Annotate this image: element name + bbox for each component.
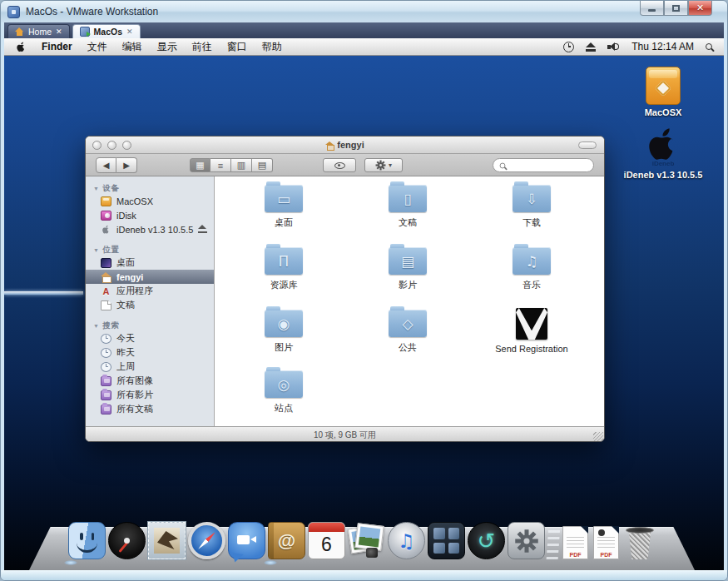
sidebar-item-all-documents[interactable]: 所有文稿 bbox=[86, 402, 214, 416]
desktop-icon-macosx[interactable]: MacOSX bbox=[617, 67, 709, 117]
running-indicator-light bbox=[264, 560, 277, 565]
search-field[interactable] bbox=[493, 158, 594, 172]
dock-safari-icon[interactable] bbox=[188, 522, 225, 559]
spotlight-icon[interactable] bbox=[706, 43, 712, 50]
quicklook-button[interactable] bbox=[323, 158, 356, 172]
eye-icon bbox=[334, 162, 345, 169]
desktop-icon-ideneb[interactable]: iDeneb iDeneb v1.3 10.5.5 bbox=[617, 125, 709, 180]
ideneb-inner-label: iDeneb bbox=[617, 160, 709, 167]
menubar-item-file[interactable]: 文件 bbox=[87, 40, 107, 54]
minimize-window-icon[interactable] bbox=[107, 141, 116, 150]
resize-grip[interactable] bbox=[593, 432, 603, 442]
close-window-icon[interactable] bbox=[92, 141, 102, 150]
dock-pdf-document2-icon[interactable]: PDF bbox=[592, 522, 621, 559]
desktop-mini-icon bbox=[101, 258, 111, 268]
folder-downloads[interactable]: ⇩ 下载 bbox=[473, 185, 590, 229]
vmware-titlebar[interactable]: MacOs - VMware Workstation ✕ bbox=[1, 1, 727, 22]
dock-addressbook-icon[interactable]: @ bbox=[268, 522, 305, 559]
finder-titlebar[interactable]: fengyi bbox=[86, 137, 604, 154]
sidebar-item-yesterday[interactable]: 昨天 bbox=[86, 345, 214, 360]
dock-timemachine-icon[interactable]: ↺ bbox=[468, 522, 505, 559]
home-folder-icon bbox=[325, 142, 334, 149]
disclosure-triangle-icon[interactable]: ▼ bbox=[93, 186, 99, 191]
folder-icon: ◉ bbox=[265, 310, 303, 337]
menubar-clock[interactable]: Thu 12:14 AM bbox=[631, 41, 694, 52]
status-text: 10 项, 9 GB 可用 bbox=[314, 430, 376, 441]
menubar-item-finder[interactable]: Finder bbox=[42, 41, 72, 52]
dock-trash-icon[interactable] bbox=[623, 522, 656, 559]
sidebar-header-search[interactable]: ▼搜索 bbox=[86, 320, 214, 331]
folder-desktop[interactable]: ▭ 桌面 bbox=[225, 185, 342, 229]
sidebar-item-fengyi[interactable]: fengyi bbox=[86, 270, 214, 284]
home-tab-close-icon[interactable]: ✕ bbox=[56, 27, 62, 36]
sidebar-item-idisk[interactable]: iDisk bbox=[86, 208, 214, 222]
dock-spaces-icon[interactable] bbox=[428, 522, 465, 559]
eject-menu-icon[interactable] bbox=[586, 42, 596, 52]
sidebar-header-devices[interactable]: ▼设备 bbox=[86, 182, 214, 194]
mac-menubar: Finder 文件 编辑 显示 前往 窗口 帮助 Thu 12:14 AM bbox=[4, 38, 724, 56]
volume-menu-icon[interactable] bbox=[607, 42, 620, 52]
dock-systempreferences-icon[interactable] bbox=[508, 522, 545, 559]
minimize-button[interactable] bbox=[640, 1, 664, 16]
zoom-window-icon[interactable] bbox=[122, 141, 131, 150]
dock-finder-icon[interactable] bbox=[68, 522, 106, 559]
time-machine-menu-icon[interactable] bbox=[563, 42, 574, 52]
folder-library[interactable]: Π 资源库 bbox=[225, 247, 342, 291]
dock-ical-icon[interactable]: 6 bbox=[308, 522, 345, 559]
menubar-item-help[interactable]: 帮助 bbox=[262, 40, 282, 54]
compass-glyph-icon: ◎ bbox=[265, 370, 303, 398]
file-send-registration[interactable]: Send Registration bbox=[473, 308, 590, 354]
back-button[interactable]: ◀ bbox=[96, 157, 116, 173]
dock-itunes-icon[interactable]: ♫ bbox=[388, 522, 425, 559]
close-button[interactable]: ✕ bbox=[688, 1, 712, 16]
tab-home[interactable]: Home ✕ bbox=[7, 24, 70, 38]
desktop-artifact-line bbox=[4, 291, 83, 295]
sidebar-item-macosx[interactable]: MacOSX bbox=[86, 194, 214, 208]
send-registration-icon bbox=[516, 308, 547, 340]
disclosure-triangle-icon[interactable]: ▼ bbox=[93, 247, 99, 253]
folder-music[interactable]: ♫ 音乐 bbox=[473, 247, 590, 291]
macos-tab-close-icon[interactable]: ✕ bbox=[126, 27, 133, 36]
dock-pdf-document-icon[interactable]: PDF bbox=[562, 522, 590, 559]
maximize-button[interactable] bbox=[664, 1, 688, 16]
folder-documents[interactable]: ▯ 文稿 bbox=[349, 185, 466, 229]
folder-movies[interactable]: ▤ 影片 bbox=[349, 247, 466, 291]
sidebar-item-ideneb[interactable]: iDeneb v1.3 10.5.5 bbox=[86, 222, 214, 236]
menubar-item-view[interactable]: 显示 bbox=[157, 40, 177, 54]
forward-button[interactable]: ▶ bbox=[116, 157, 137, 173]
menubar-item-go[interactable]: 前往 bbox=[192, 40, 212, 54]
folder-pictures[interactable]: ◉ 图片 bbox=[225, 310, 342, 354]
search-input[interactable] bbox=[509, 161, 584, 170]
tab-macos[interactable]: MacOs ✕ bbox=[72, 24, 141, 38]
sidebar-item-all-movies[interactable]: 所有影片 bbox=[86, 388, 214, 402]
folder-public[interactable]: ◇ 公共 bbox=[349, 310, 466, 354]
toolbar-toggle-button[interactable] bbox=[578, 142, 597, 149]
apple-menu[interactable] bbox=[16, 41, 27, 53]
sidebar-item-documents[interactable]: 文稿 bbox=[86, 298, 214, 312]
library-glyph-icon: Π bbox=[265, 247, 303, 275]
folder-sites[interactable]: ◎ 站点 bbox=[225, 370, 342, 415]
desktop-icon-label: MacOSX bbox=[617, 107, 709, 117]
vmware-bottom-border bbox=[1, 570, 727, 580]
dock-ichat-icon[interactable] bbox=[228, 522, 265, 559]
eject-icon[interactable] bbox=[198, 225, 207, 233]
action-button[interactable]: ▾ bbox=[364, 158, 403, 172]
menubar-item-edit[interactable]: 编辑 bbox=[122, 40, 142, 54]
sidebar-item-applications[interactable]: A应用程序 bbox=[86, 284, 214, 298]
sidebar-item-desktop[interactable]: 桌面 bbox=[86, 256, 214, 270]
menubar-item-window[interactable]: 窗口 bbox=[227, 40, 247, 54]
sidebar-header-places[interactable]: ▼位置 bbox=[86, 244, 214, 256]
dock-mail-icon[interactable] bbox=[148, 522, 186, 559]
list-view-button[interactable]: ≡ bbox=[210, 158, 231, 172]
dock-iphoto-icon[interactable] bbox=[348, 522, 385, 559]
coverflow-view-button[interactable]: ▤ bbox=[252, 158, 273, 172]
grid-view-icon: ▦ bbox=[196, 160, 204, 171]
sidebar-item-pastweek[interactable]: 上周 bbox=[86, 360, 214, 374]
dock-dashboard-icon[interactable] bbox=[108, 522, 146, 559]
icon-view-button[interactable]: ▦ bbox=[190, 158, 210, 172]
sidebar-item-today[interactable]: 今天 bbox=[86, 331, 214, 345]
sidebar-item-all-images[interactable]: 所有图像 bbox=[86, 374, 214, 388]
disclosure-triangle-icon[interactable]: ▼ bbox=[93, 323, 99, 329]
window-controls: ✕ bbox=[640, 1, 712, 16]
column-view-button[interactable]: ▥ bbox=[231, 158, 252, 172]
